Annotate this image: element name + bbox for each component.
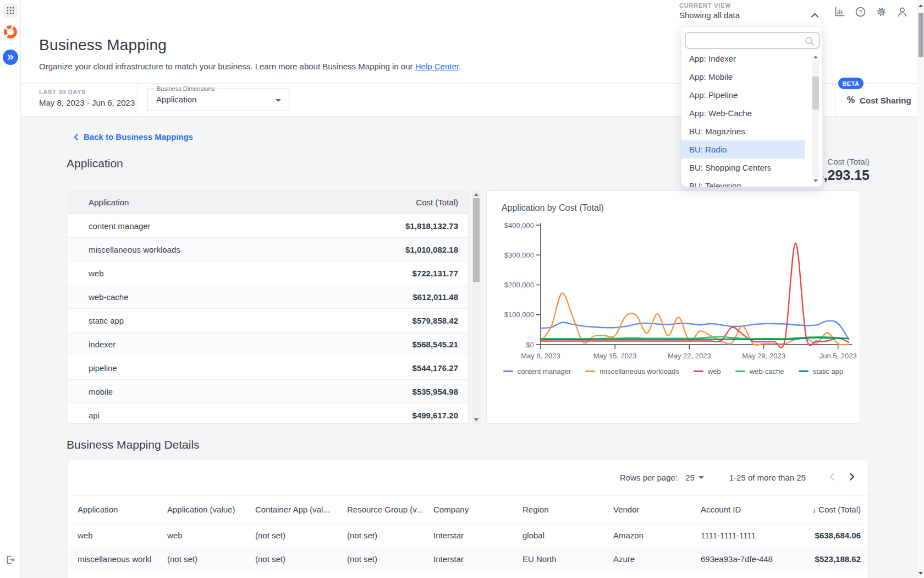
legend-dash-icon: [503, 370, 513, 372]
table-row[interactable]: api$499,617.20: [68, 403, 468, 424]
dropdown-search-input[interactable]: [691, 34, 801, 47]
details-column-header[interactable]: Account ID: [701, 505, 802, 514]
application-cost: $499,617.20: [413, 411, 458, 420]
grid-dots-icon: [6, 6, 15, 15]
legend-item[interactable]: content manager: [503, 367, 571, 375]
dropdown-option[interactable]: BU: Shopping Centers: [681, 159, 805, 177]
table-row[interactable]: pipeline$544,176.27: [68, 356, 468, 380]
details-column-header[interactable]: Region: [522, 505, 613, 514]
dropdown-option[interactable]: App: Web-Cache: [681, 104, 805, 122]
scrollbar-thumb[interactable]: [919, 13, 923, 57]
table-scrollbar[interactable]: [472, 190, 481, 424]
page-subtitle: Organize your cloud infrastructure to ma…: [39, 62, 461, 71]
current-view-toggle[interactable]: CURRENT VIEW Showing all data: [679, 2, 740, 20]
date-range-label: LAST 30 DAYS: [39, 89, 135, 95]
table-row[interactable]: static app$579,858.42: [68, 309, 468, 332]
scroll-up-arrow-icon[interactable]: [813, 56, 818, 58]
chevron-down-icon: [698, 476, 704, 479]
chart-title: Application by Cost (Total): [502, 203, 604, 213]
apps-grid-icon[interactable]: [3, 3, 18, 18]
details-column-header[interactable]: ↓ Cost (Total): [802, 505, 868, 514]
table-row[interactable]: miscellaneous workl(not set)(not set)(no…: [68, 547, 868, 570]
rows-per-page-select[interactable]: 25: [685, 473, 704, 482]
details-column-header[interactable]: Company: [433, 505, 522, 514]
next-page-button[interactable]: [849, 472, 855, 483]
dropdown-option[interactable]: App: Indexer: [681, 53, 805, 68]
chevron-right-icon: [849, 472, 855, 481]
expand-sidebar-button[interactable]: [3, 50, 18, 65]
account-user-icon[interactable]: [897, 6, 908, 18]
chevron-up-icon[interactable]: [810, 11, 820, 21]
application-table-body: content manager$1,818,132.73miscellaneou…: [68, 214, 468, 424]
date-range[interactable]: LAST 30 DAYS May 8, 2023 - Jun 6, 2023: [39, 89, 135, 107]
application-name: static app: [89, 316, 124, 325]
col-application[interactable]: Application: [89, 198, 129, 207]
dropdown-option[interactable]: App: Mobile: [681, 68, 805, 86]
divider: [835, 84, 836, 116]
table-row[interactable]: web$722,131.77: [68, 261, 468, 285]
details-column-header[interactable]: Resource Group (v...: [347, 505, 433, 514]
application-cost: $544,176.27: [413, 363, 458, 373]
scrollbar-thumb[interactable]: [812, 77, 819, 110]
current-view-value: Showing all data: [679, 10, 740, 20]
window-scrollbar[interactable]: [917, 0, 924, 578]
details-column-header[interactable]: Application (value): [167, 505, 255, 514]
scroll-down-arrow-icon[interactable]: [474, 418, 479, 421]
table-row[interactable]: miscellaneous workloads$1,010,082.18: [68, 238, 468, 261]
svg-text:May 15, 2023: May 15, 2023: [593, 352, 637, 360]
table-row[interactable]: indexer$568,545.21: [68, 332, 468, 356]
legend-label: web: [708, 367, 721, 375]
details-column-header[interactable]: Container App (val...: [255, 505, 347, 514]
col-cost-total[interactable]: Cost (Total): [416, 198, 458, 207]
brand-logo-icon[interactable]: [3, 24, 18, 40]
scrollbar-thumb[interactable]: [473, 198, 480, 282]
details-cell: 693ea93a-7dfe-448: [701, 554, 802, 564]
details-cell: (not set): [255, 554, 347, 564]
help-center-link[interactable]: Help Center: [415, 62, 459, 71]
table-row[interactable]: mobile$535,954.98: [68, 380, 468, 403]
business-dimensions-select[interactable]: Business Dimensions Application: [147, 89, 289, 111]
svg-text:$400,000: $400,000: [504, 221, 534, 230]
dropdown-option[interactable]: BU: Television: [681, 177, 805, 187]
scroll-down-arrow-icon[interactable]: [813, 179, 818, 182]
application-name: web: [89, 269, 104, 278]
bar-chart-icon[interactable]: [834, 6, 845, 18]
scroll-up-arrow-icon[interactable]: [919, 4, 923, 7]
logout-icon[interactable]: [4, 554, 16, 566]
application-table-header: Application Cost (Total): [68, 191, 468, 214]
legend-label: web-cache: [750, 367, 784, 375]
help-icon[interactable]: ?: [855, 6, 866, 18]
section-title: Application: [67, 157, 123, 170]
dropdown-search[interactable]: [685, 32, 820, 49]
legend-item[interactable]: static app: [799, 367, 844, 375]
scroll-up-arrow-icon[interactable]: [474, 193, 479, 196]
chevron-down-icon: [276, 99, 281, 102]
svg-text:?: ?: [859, 9, 862, 15]
application-name: content manager: [89, 221, 151, 231]
dropdown-option[interactable]: App: Pipeline: [681, 86, 805, 104]
settings-gear-icon[interactable]: [876, 6, 887, 18]
dropdown-option[interactable]: BU: Magazines: [681, 122, 805, 140]
table-row[interactable]: content manager$1,818,132.73: [68, 214, 468, 238]
previous-page-button[interactable]: [829, 472, 835, 483]
legend-item[interactable]: web-cache: [735, 367, 784, 375]
dropdown-option[interactable]: BU: Radio: [681, 140, 805, 159]
business-dimensions-label: Business Dimensions: [154, 85, 217, 92]
application-table-card: Application Cost (Total) content manager…: [68, 190, 469, 424]
details-cell: (not set): [347, 554, 433, 564]
table-row[interactable]: webweb(not set)(not set)InterstarglobalA…: [68, 523, 868, 547]
page-title: Business Mapping: [39, 36, 167, 54]
application-name: web-cache: [89, 292, 129, 302]
details-column-header[interactable]: Vendor: [613, 505, 701, 514]
back-to-business-mappings-link[interactable]: Back to Business Mappings: [73, 132, 193, 141]
left-sidebar: [0, 0, 21, 578]
dropdown-scrollbar[interactable]: [812, 56, 819, 182]
scroll-down-arrow-icon[interactable]: [919, 572, 923, 575]
cost-sharing-button[interactable]: % Cost Sharing: [847, 95, 911, 105]
legend-item[interactable]: miscellaneous workloads: [585, 367, 679, 375]
legend-item[interactable]: web: [694, 367, 721, 375]
details-column-header[interactable]: Application: [78, 505, 167, 514]
table-row[interactable]: web-cache$612,011.48: [68, 285, 468, 309]
business-mapping-page: Business Mapping Organize your cloud inf…: [0, 0, 924, 578]
beta-badge: BETA: [838, 78, 864, 89]
